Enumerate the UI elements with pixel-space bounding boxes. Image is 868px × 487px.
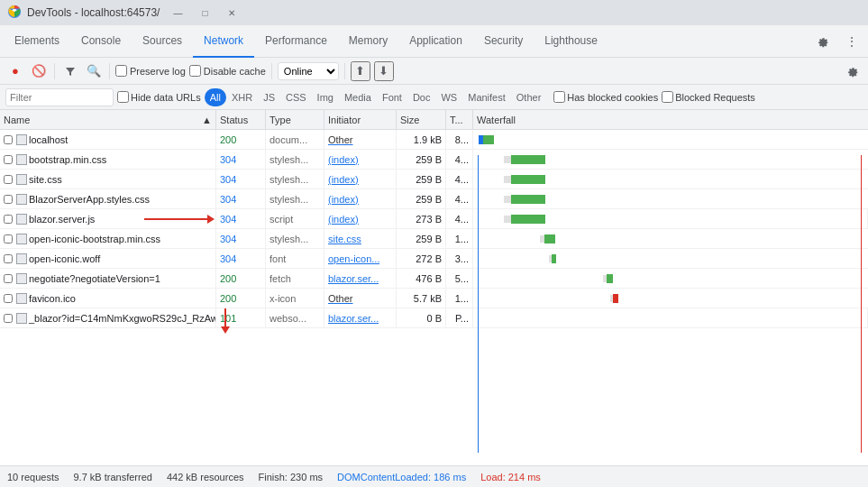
export-button[interactable]: ⬇: [374, 61, 394, 81]
cell-size: 0 B: [397, 308, 446, 327]
filter-button[interactable]: [60, 61, 80, 81]
filter-tab-manifest[interactable]: Manifest: [462, 88, 511, 106]
row-checkbox[interactable]: [4, 234, 13, 244]
cell-waterfall: [473, 130, 868, 149]
col-header-status[interactable]: Status: [216, 110, 266, 129]
disable-cache-checkbox[interactable]: Disable cache: [189, 65, 266, 77]
more-icon[interactable]: ⋮: [839, 29, 864, 54]
close-button[interactable]: ✕: [219, 4, 244, 22]
cell-initiator: (index): [324, 189, 397, 208]
table-row[interactable]: site.css 304 stylesh... (index) 259 B 4.…: [0, 170, 868, 189]
table-row[interactable]: localhost 200 docum... Other 1.9 kB 8...: [0, 130, 868, 150]
cell-type: x-icon: [266, 289, 324, 308]
window-controls: — □ ✕: [165, 4, 244, 22]
col-header-time[interactable]: T...: [446, 110, 473, 129]
tab-memory[interactable]: Memory: [338, 25, 398, 58]
cell-size: 259 B: [397, 150, 446, 169]
filter-input[interactable]: [5, 88, 114, 106]
cell-size: 476 B: [397, 269, 446, 288]
blocked-requests-checkbox[interactable]: Blocked Requests: [662, 91, 755, 103]
row-checkbox[interactable]: [4, 155, 13, 164]
col-header-size[interactable]: Size: [397, 110, 446, 129]
col-header-initiator[interactable]: Initiator: [324, 110, 397, 129]
cell-initiator: (index): [324, 150, 397, 169]
cell-status: 200: [216, 289, 266, 308]
table-row[interactable]: BlazorServerApp.styles.css 304 stylesh..…: [0, 189, 868, 209]
col-header-waterfall[interactable]: Waterfall: [473, 110, 868, 129]
cell-name: bootstrap.min.css: [0, 150, 216, 169]
tab-elements[interactable]: Elements: [4, 25, 70, 58]
filter-tab-img[interactable]: Img: [312, 88, 339, 106]
settings-icon[interactable]: [810, 29, 836, 54]
filter-tab-css[interactable]: CSS: [280, 88, 312, 106]
hide-data-urls-checkbox[interactable]: Hide data URLs: [117, 91, 201, 103]
row-checkbox[interactable]: [4, 254, 13, 263]
cell-initiator: Other: [324, 289, 397, 308]
cell-time: 5...: [446, 269, 473, 288]
table-row[interactable]: open-iconic.woff 304 font open-icon... 2…: [0, 249, 868, 269]
minimize-button[interactable]: —: [165, 4, 190, 22]
cell-status: 304: [216, 209, 266, 228]
preserve-log-checkbox[interactable]: Preserve log: [115, 65, 186, 77]
file-icon: [16, 154, 27, 165]
cell-waterfall: [473, 249, 868, 268]
cell-name: localhost: [0, 130, 216, 149]
devtools-icons: ⋮: [810, 29, 864, 54]
tab-performance[interactable]: Performance: [254, 25, 338, 58]
maximize-button[interactable]: □: [192, 4, 217, 22]
clear-button[interactable]: 🚫: [29, 61, 49, 81]
row-checkbox[interactable]: [4, 215, 13, 224]
filter-tab-js[interactable]: JS: [258, 88, 280, 106]
table-row-blazor-server-js[interactable]: blazor.server.js 304 script (index) 273 …: [0, 209, 868, 229]
filter-tab-xhr[interactable]: XHR: [226, 88, 258, 106]
table-row[interactable]: negotiate?negotiateVersion=1 200 fetch b…: [0, 269, 868, 289]
tab-lighthouse[interactable]: Lighthouse: [534, 25, 608, 58]
table-row[interactable]: open-iconic-bootstrap.min.css 304 styles…: [0, 229, 868, 249]
network-settings-icon[interactable]: [843, 61, 863, 81]
table-row[interactable]: bootstrap.min.css 304 stylesh... (index)…: [0, 150, 868, 170]
separator-4: [344, 63, 345, 79]
cell-size: 273 B: [397, 209, 446, 228]
tab-application[interactable]: Application: [398, 25, 473, 58]
search-button[interactable]: 🔍: [84, 61, 104, 81]
cell-status: 304: [216, 249, 266, 268]
has-blocked-cookies-checkbox[interactable]: Has blocked cookies: [553, 91, 658, 103]
file-icon: [16, 253, 27, 264]
tab-security[interactable]: Security: [473, 25, 534, 58]
cell-status: 101: [216, 308, 266, 327]
throttle-select[interactable]: Online Fast 3G Slow 3G Offline: [278, 62, 339, 80]
table-row[interactable]: favicon.ico 200 x-icon Other 5.7 kB 1...: [0, 289, 868, 308]
tab-sources[interactable]: Sources: [132, 25, 193, 58]
record-button[interactable]: ●: [5, 61, 25, 81]
cell-type: stylesh...: [266, 150, 324, 169]
row-checkbox[interactable]: [4, 135, 13, 144]
row-checkbox[interactable]: [4, 294, 13, 303]
titlebar-text: DevTools - localhost:64573/: [27, 6, 160, 19]
cell-time: 4...: [446, 209, 473, 228]
table-header: Name ▲ Status Type Initiator Size T... W…: [0, 110, 868, 130]
filter-tab-other[interactable]: Other: [511, 88, 547, 106]
cell-name: negotiate?negotiateVersion=1: [0, 269, 216, 288]
cell-initiator: (index): [324, 170, 397, 188]
col-header-type[interactable]: Type: [266, 110, 324, 129]
cell-name: BlazorServerApp.styles.css: [0, 189, 216, 208]
cell-time: 8...: [446, 130, 473, 149]
filter-tab-all[interactable]: All: [205, 88, 226, 106]
filter-tab-font[interactable]: Font: [377, 88, 407, 106]
col-header-name[interactable]: Name ▲: [0, 110, 216, 129]
cell-waterfall: [473, 229, 868, 248]
cell-status: 200: [216, 130, 266, 149]
row-checkbox[interactable]: [4, 314, 13, 323]
tab-console[interactable]: Console: [70, 25, 132, 58]
row-checkbox[interactable]: [4, 274, 13, 283]
filter-tab-media[interactable]: Media: [339, 88, 377, 106]
row-checkbox[interactable]: [4, 175, 13, 184]
file-icon: [16, 313, 27, 324]
table-row-blazor-ws[interactable]: _blazor?id=C14mNmKxgwoRS29cJ_RzAw 101 we…: [0, 308, 868, 328]
tab-network[interactable]: Network: [193, 25, 254, 58]
filter-tab-ws[interactable]: WS: [435, 88, 462, 106]
filter-tab-doc[interactable]: Doc: [407, 88, 436, 106]
file-icon: [16, 293, 27, 304]
import-button[interactable]: ⬆: [351, 61, 370, 81]
row-checkbox[interactable]: [4, 195, 13, 204]
